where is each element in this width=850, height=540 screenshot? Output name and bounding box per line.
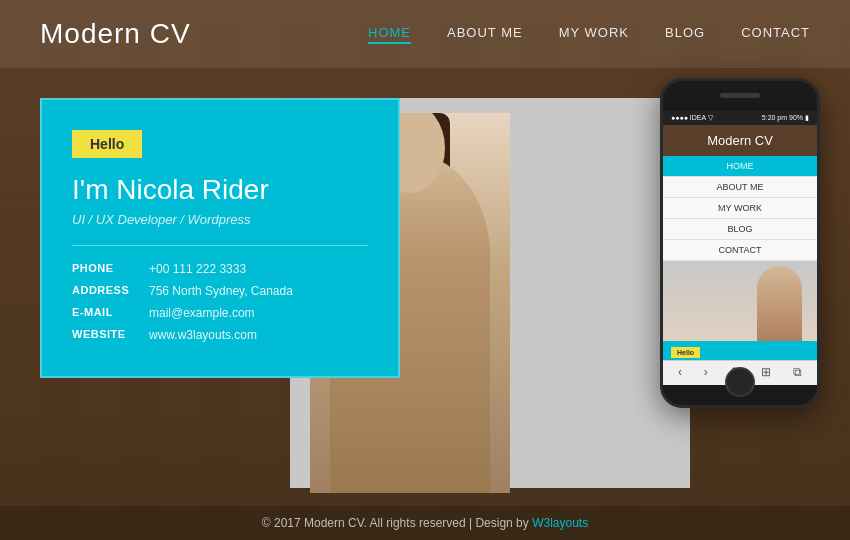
phone-app-title: Modern CV xyxy=(663,125,817,156)
phone-nav-contact[interactable]: CONTACT xyxy=(663,240,817,261)
main-content: Hello I'm Nicola Rider UI / UX Developer… xyxy=(0,68,850,498)
address-label: ADDRESS xyxy=(72,284,137,296)
phone-nav-home[interactable]: HOME xyxy=(663,156,817,177)
main-nav: HOME ABOUT ME MY WORK BLOG CONTACT xyxy=(368,25,810,44)
phone-speaker xyxy=(720,93,760,98)
contact-row-phone: PHONE +00 111 222 3333 xyxy=(72,262,368,276)
person-name: I'm Nicola Rider xyxy=(72,174,368,206)
logo: Modern CV xyxy=(40,18,191,50)
phone-photo-area xyxy=(663,261,817,341)
contact-row-website: WEBSITE www.w3layouts.com xyxy=(72,328,368,342)
phone-person-mini xyxy=(757,266,802,341)
phone-status-right: 5:20 pm 90% ▮ xyxy=(762,114,809,122)
phone-nav-blog[interactable]: BLOG xyxy=(663,219,817,240)
phone-mockup: ●●●● IDEA ▽ 5:20 pm 90% ▮ Modern CV HOME… xyxy=(660,78,820,408)
person-title: UI / UX Developer / Wordpress xyxy=(72,212,368,227)
phone-status-left: ●●●● IDEA ▽ xyxy=(671,114,713,122)
website-label: WEBSITE xyxy=(72,328,137,340)
teal-card: Hello I'm Nicola Rider UI / UX Developer… xyxy=(40,98,400,378)
phone-nav: HOME ABOUT ME MY WORK BLOG CONTACT xyxy=(663,156,817,261)
footer-text: © 2017 Modern CV. All rights reserved | … xyxy=(262,516,532,530)
phone-forward-icon[interactable]: › xyxy=(704,365,708,379)
nav-work[interactable]: MY WORK xyxy=(559,25,629,44)
nav-home[interactable]: HOME xyxy=(368,25,411,44)
phone-label: PHONE xyxy=(72,262,137,274)
phone-nav-work[interactable]: MY WORK xyxy=(663,198,817,219)
footer-link[interactable]: W3layouts xyxy=(532,516,588,530)
phone-bookmark-icon[interactable]: ⊞ xyxy=(761,365,771,379)
email-value: mail@example.com xyxy=(149,306,255,320)
nav-about[interactable]: ABOUT ME xyxy=(447,25,523,44)
website-value: www.w3layouts.com xyxy=(149,328,257,342)
hello-badge: Hello xyxy=(72,130,142,158)
footer: © 2017 Modern CV. All rights reserved | … xyxy=(0,506,850,540)
phone-home-button[interactable] xyxy=(725,367,755,397)
phone-value: +00 111 222 3333 xyxy=(149,262,246,276)
contact-info: PHONE +00 111 222 3333 ADDRESS 756 North… xyxy=(72,262,368,342)
address-value: 756 North Sydney, Canada xyxy=(149,284,293,298)
phone-tabs-icon[interactable]: ⧉ xyxy=(793,365,802,379)
phone-status-bar: ●●●● IDEA ▽ 5:20 pm 90% ▮ xyxy=(663,111,817,125)
contact-row-address: ADDRESS 756 North Sydney, Canada xyxy=(72,284,368,298)
phone-screen: ●●●● IDEA ▽ 5:20 pm 90% ▮ Modern CV HOME… xyxy=(663,111,817,385)
contact-row-email: E-MAIL mail@example.com xyxy=(72,306,368,320)
nav-contact[interactable]: CONTACT xyxy=(741,25,810,44)
divider xyxy=(72,245,368,246)
nav-blog[interactable]: BLOG xyxy=(665,25,705,44)
phone-hello-badge: Hello xyxy=(671,347,700,358)
phone-nav-about[interactable]: ABOUT ME xyxy=(663,177,817,198)
header: Modern CV HOME ABOUT ME MY WORK BLOG CON… xyxy=(0,0,850,68)
email-label: E-MAIL xyxy=(72,306,137,318)
phone-back-icon[interactable]: ‹ xyxy=(678,365,682,379)
